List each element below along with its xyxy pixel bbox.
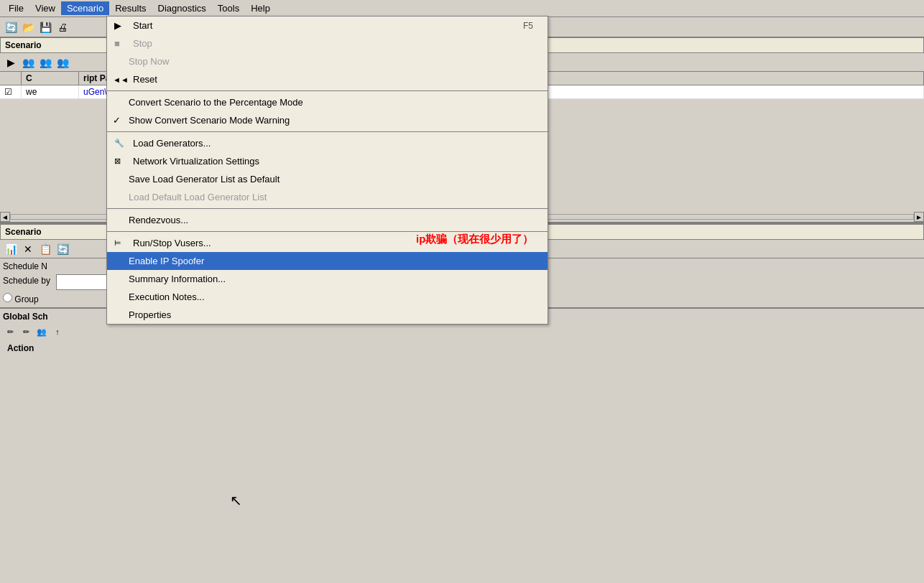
toolbar-btn-3[interactable]: 💾 [37, 19, 53, 35]
menu-help[interactable]: Help [245, 1, 276, 15]
stop-icon: ■ [114, 38, 120, 49]
show-warning-label: Show Convert Scenario Mode Warning [129, 115, 290, 126]
separator-1 [107, 90, 548, 91]
menu-item-start[interactable]: ▶ Start F5 [107, 17, 548, 34]
exec-notes-label: Execution Notes... [129, 292, 205, 302]
enable-ip-label: Enable IP Spoofer [129, 256, 204, 266]
top-panel-title: Scenario [5, 40, 42, 50]
menu-results[interactable]: Results [109, 1, 152, 15]
reset-label: Reset [129, 74, 157, 85]
menu-item-properties[interactable]: Properties [107, 306, 548, 324]
menu-tools[interactable]: Tools [212, 1, 245, 15]
rendezvous-label: Rendezvous... [129, 215, 188, 225]
scenario-users-btn2[interactable]: 👥 [37, 55, 53, 70]
global-btn-3[interactable]: 👥 [34, 325, 49, 339]
menu-diagnostics[interactable]: Diagnostics [152, 1, 212, 15]
bottom-btn-1[interactable]: 📊 [3, 241, 19, 257]
bottom-btn-4[interactable]: 🔄 [55, 241, 70, 257]
menubar: File View Scenario Results Diagnostics T… [0, 0, 924, 17]
menu-item-stop[interactable]: ■ Stop [107, 34, 548, 52]
menu-item-summary[interactable]: Summary Information... [107, 270, 548, 288]
menu-item-network-virt[interactable]: ⊠ Network Virtualization Settings [107, 152, 548, 170]
summary-label: Summary Information... [129, 274, 226, 284]
bottom-panel-title: Scenario [5, 227, 42, 237]
scenario-play-btn[interactable]: ▶ [3, 55, 19, 70]
col-name: C [22, 72, 79, 85]
network-virt-label: Network Virtualization Settings [129, 156, 259, 167]
toolbar-btn-4[interactable]: 🖨 [55, 19, 70, 35]
reset-icon: ◄◄ [113, 75, 129, 84]
menu-file[interactable]: File [3, 1, 29, 15]
stop-now-label: Stop Now [129, 56, 169, 67]
separator-3 [107, 208, 548, 209]
col-check [0, 72, 22, 85]
menu-item-save-default[interactable]: Save Load Generator List as Default [107, 170, 548, 188]
bottom-btn-2[interactable]: ✕ [20, 241, 36, 257]
global-schedule-toolbar: ✏ ✏ 👥 ↑ [3, 325, 921, 339]
properties-label: Properties [129, 309, 171, 320]
menu-item-run-stop[interactable]: ⊨ Run/Stop Vusers... ip欺骗（现在很少用了） [107, 234, 548, 252]
radio-group-option[interactable]: Group [3, 293, 39, 304]
annotation-text: ip欺骗（现在很少用了） [416, 233, 533, 246]
schedule-by-label: Schedule by [3, 276, 50, 286]
load-gen-icon: 🔧 [114, 139, 124, 148]
row-check[interactable]: ☑ [0, 85, 22, 98]
stop-label: Stop [129, 38, 152, 49]
menu-view[interactable]: View [29, 1, 61, 15]
run-stop-icon: ⊨ [114, 238, 121, 248]
row-name: we [22, 85, 79, 98]
convert-label: Convert Scenario to the Percentage Mode [129, 97, 303, 108]
load-default-label: Load Default Load Generator List [129, 192, 267, 202]
menu-item-load-gen[interactable]: 🔧 Load Generators... [107, 134, 548, 152]
menu-item-rendezvous[interactable]: Rendezvous... [107, 211, 548, 229]
checkmark-icon: ✓ [113, 115, 121, 126]
menu-item-exec-notes[interactable]: Execution Notes... [107, 288, 548, 306]
network-virt-icon: ⊠ [114, 157, 121, 166]
menu-item-load-default[interactable]: Load Default Load Generator List [107, 188, 548, 206]
menu-scenario[interactable]: Scenario [61, 1, 109, 15]
bottom-btn-3[interactable]: 📋 [37, 241, 53, 257]
scroll-right-btn[interactable]: ► [914, 212, 924, 222]
menu-item-enable-ip[interactable]: Enable IP Spoofer [107, 252, 548, 270]
toolbar-btn-1[interactable]: 🔄 [3, 19, 19, 35]
toolbar-btn-2[interactable]: 📂 [20, 19, 36, 35]
scenario-users-btn3[interactable]: 👥 [55, 55, 70, 70]
scenario-users-btn1[interactable]: 👥 [20, 55, 36, 70]
global-btn-2[interactable]: ✏ [19, 325, 33, 339]
separator-2 [107, 131, 548, 132]
menu-item-stop-now[interactable]: Stop Now [107, 52, 548, 70]
scenario-dropdown-menu: ▶ Start F5 ■ Stop Stop Now ◄◄ Reset Conv… [106, 16, 548, 325]
start-icon: ▶ [114, 20, 121, 31]
menu-item-reset[interactable]: ◄◄ Reset [107, 70, 548, 88]
start-shortcut: F5 [494, 21, 533, 31]
menu-item-show-warning[interactable]: ✓ Show Convert Scenario Mode Warning [107, 111, 548, 129]
global-btn-4[interactable]: ↑ [50, 325, 65, 339]
separator-4 [107, 231, 548, 232]
run-stop-label: Run/Stop Vusers... [129, 238, 211, 248]
action-label: Action [3, 342, 921, 355]
global-btn-1[interactable]: ✏ [3, 325, 17, 339]
scroll-left-btn[interactable]: ◄ [0, 212, 10, 222]
save-default-label: Save Load Generator List as Default [129, 174, 279, 185]
load-gen-label: Load Generators... [129, 138, 211, 149]
start-label: Start [129, 20, 152, 31]
menu-item-convert[interactable]: Convert Scenario to the Percentage Mode [107, 93, 548, 111]
